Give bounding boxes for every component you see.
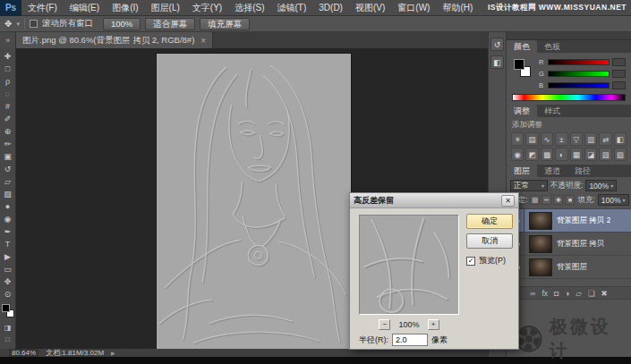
lock-icon[interactable]: ✏ xyxy=(541,195,551,205)
layer-thumbnail[interactable] xyxy=(529,258,552,276)
opacity-value[interactable]: 100% ▾ xyxy=(585,180,617,191)
red-slider[interactable] xyxy=(548,59,610,65)
menu-item[interactable]: 帮助(H) xyxy=(436,0,479,16)
document-tab[interactable]: 图片.png @ 80.6%(背景图层 拷贝 2, RGB/8#) × xyxy=(16,32,213,48)
hand-tool-icon[interactable]: ✥ xyxy=(4,19,12,29)
adjustment-icon[interactable]: ◧ xyxy=(614,132,627,146)
foreground-color-swatch[interactable] xyxy=(2,304,10,312)
tool-button[interactable]: ● xyxy=(0,200,16,213)
panel-tab[interactable]: 路径 xyxy=(567,165,598,177)
menu-item[interactable]: 编辑(E) xyxy=(64,0,106,16)
collapsed-panel-icon[interactable]: ◧ xyxy=(490,55,504,69)
panel-tab[interactable]: 通道 xyxy=(537,165,567,177)
options-bar-button[interactable]: 100% xyxy=(103,18,141,30)
adjustment-icon[interactable]: ◪ xyxy=(584,148,597,161)
close-icon[interactable]: × xyxy=(200,36,206,46)
tool-button[interactable]: ▭ xyxy=(0,263,16,275)
panel-tab[interactable]: 调整 xyxy=(507,105,537,117)
layers-footer-icon[interactable]: fx xyxy=(541,289,548,298)
menu-item[interactable]: 图层(L) xyxy=(145,0,186,16)
menu-item[interactable]: 3D(D) xyxy=(312,0,349,16)
lock-icon[interactable]: ✚ xyxy=(553,195,563,205)
menu-item[interactable]: 视图(V) xyxy=(349,0,391,16)
tool-button[interactable]: ◉ xyxy=(0,213,16,225)
tool-button[interactable]: ▶ xyxy=(0,250,16,263)
green-slider[interactable] xyxy=(548,71,610,77)
collapsed-panel-icon[interactable]: ↺ xyxy=(490,38,504,51)
radius-input[interactable] xyxy=(392,334,428,346)
layer-row[interactable]: 背景图层 xyxy=(507,256,631,279)
options-bar-button[interactable]: 适合屏幕 xyxy=(145,18,195,30)
red-value-box[interactable] xyxy=(612,58,626,66)
dialog-close-button[interactable]: ✕ xyxy=(501,195,515,207)
blend-mode-select[interactable]: 正常 ▾ xyxy=(510,180,548,191)
adjustment-icon[interactable]: ◩ xyxy=(525,148,538,161)
adjustment-icon[interactable]: ◉ xyxy=(511,148,524,161)
adjustment-icon[interactable]: ▦ xyxy=(570,148,583,161)
tool-button[interactable]: ✚ xyxy=(0,50,16,63)
adjustment-icon[interactable]: ▽ xyxy=(570,132,583,146)
adjustment-icon[interactable]: ▥ xyxy=(584,132,597,146)
tool-button[interactable]: ▨ xyxy=(0,188,16,200)
dialog-preview-image[interactable] xyxy=(359,215,459,315)
tool-button[interactable]: ✥ xyxy=(0,275,16,288)
tool-button[interactable]: ⊕ xyxy=(0,125,16,138)
menu-item[interactable]: 选择(S) xyxy=(228,0,270,16)
lock-icon[interactable]: ■ xyxy=(565,195,575,205)
zoom-out-button[interactable]: − xyxy=(379,319,390,330)
layer-thumbnail[interactable] xyxy=(529,212,552,230)
color-panel-swatches[interactable] xyxy=(512,57,533,80)
layers-footer-icon[interactable]: ❏ xyxy=(588,289,595,298)
tool-button[interactable]: □ xyxy=(0,63,16,75)
layers-footer-icon[interactable]: ∞ xyxy=(530,289,535,298)
menu-item[interactable]: 滤镜(T) xyxy=(271,0,313,16)
status-expand-icon[interactable]: ▶ xyxy=(111,350,115,356)
tool-button[interactable]: ρ xyxy=(0,75,16,88)
options-bar-button[interactable]: 填充屏幕 xyxy=(200,18,250,30)
blue-slider[interactable] xyxy=(548,82,610,89)
panel-tab[interactable]: 颜色 xyxy=(507,40,537,53)
adjustment-icon[interactable]: ▤ xyxy=(525,132,538,146)
layers-footer-icon[interactable]: ◑ xyxy=(565,289,569,298)
layers-footer-icon[interactable]: ✖ xyxy=(601,289,608,298)
tool-button[interactable]: ✏ xyxy=(0,138,16,150)
color-spectrum-ramp[interactable] xyxy=(512,94,626,101)
panel-tab[interactable]: 样式 xyxy=(537,105,567,117)
layer-row[interactable]: 背景图层 拷贝 xyxy=(507,233,631,256)
layers-footer-icon[interactable]: ▱ xyxy=(576,289,582,298)
tool-button[interactable]: T xyxy=(0,238,16,250)
toolbox-collapse-button[interactable]: » xyxy=(0,32,16,48)
layers-footer-icon[interactable]: ◘ xyxy=(554,289,559,298)
adjustment-icon[interactable]: ☀ xyxy=(511,132,524,146)
blue-value-box[interactable] xyxy=(612,81,626,89)
layer-row[interactable]: 背景图层 拷贝 2 xyxy=(507,209,631,233)
document-image[interactable] xyxy=(157,54,351,349)
preview-checkbox[interactable]: ✓ xyxy=(466,257,475,266)
adjustment-icon[interactable]: ▩ xyxy=(541,148,553,161)
toolbox-extra-button[interactable]: ◨ xyxy=(0,322,16,334)
adjustment-icon[interactable]: ▧ xyxy=(614,148,627,161)
cancel-button[interactable]: 取消 xyxy=(466,233,513,249)
menu-item[interactable]: 文件(F) xyxy=(21,0,64,16)
zoom-in-button[interactable]: + xyxy=(428,319,439,330)
tool-button[interactable]: ▣ xyxy=(0,150,16,163)
tool-button[interactable]: ✐ xyxy=(0,113,16,125)
foreground-color-swatch[interactable] xyxy=(514,59,524,70)
menu-item[interactable]: 窗口(W) xyxy=(391,0,436,16)
tool-button[interactable]: ▱ xyxy=(0,175,16,188)
tool-button[interactable]: ↺ xyxy=(0,163,16,175)
adjustment-icon[interactable]: ⇄ xyxy=(599,132,611,146)
ok-button[interactable]: 确定 xyxy=(466,214,513,229)
adjustment-icon[interactable]: ± xyxy=(555,132,567,146)
foreground-background-swatches[interactable] xyxy=(0,302,16,320)
status-zoom-field[interactable]: 80.64% xyxy=(9,349,38,357)
menu-item[interactable]: 图像(I) xyxy=(106,0,144,16)
fill-value[interactable]: 100% ▾ xyxy=(598,194,629,206)
adjustment-icon[interactable]: ▨ xyxy=(599,148,611,161)
adjustment-icon[interactable]: ∿ xyxy=(541,132,553,146)
tool-button[interactable]: # xyxy=(0,100,16,113)
green-value-box[interactable] xyxy=(612,70,626,78)
chevron-down-icon[interactable]: ▾ xyxy=(16,21,20,28)
adjustment-icon[interactable]: ◐ xyxy=(555,148,567,161)
dialog-title-bar[interactable]: 高反差保留 ✕ xyxy=(350,193,518,208)
